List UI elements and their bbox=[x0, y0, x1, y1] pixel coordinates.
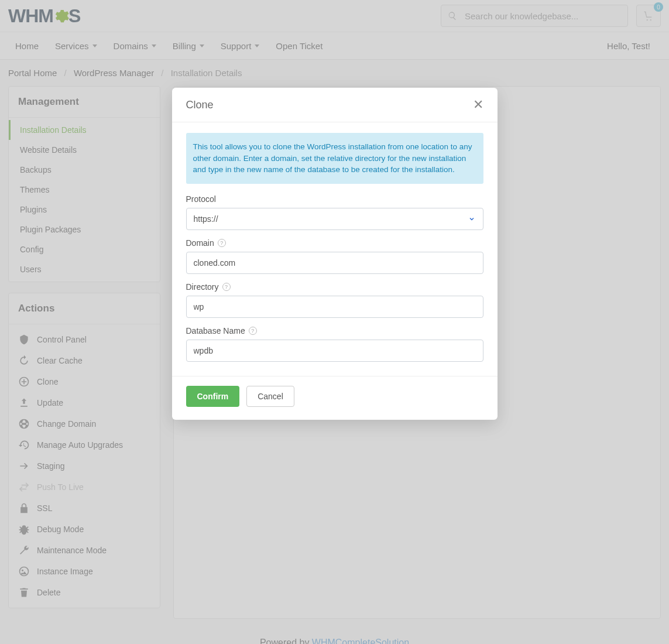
directory-group: Directory? bbox=[186, 282, 483, 318]
directory-label: Directory? bbox=[186, 282, 483, 292]
modal-body: This tool allows you to clone the WordPr… bbox=[172, 122, 498, 376]
db-group: Database Name? bbox=[186, 326, 483, 362]
modal-header: Clone ✕ bbox=[172, 88, 498, 122]
help-icon[interactable]: ? bbox=[218, 239, 226, 247]
protocol-select[interactable] bbox=[186, 208, 483, 230]
db-input[interactable] bbox=[186, 340, 483, 362]
cancel-button[interactable]: Cancel bbox=[246, 386, 294, 407]
clone-modal: Clone ✕ This tool allows you to clone th… bbox=[172, 88, 498, 420]
info-box: This tool allows you to clone the WordPr… bbox=[186, 133, 483, 184]
help-icon[interactable]: ? bbox=[222, 283, 231, 291]
modal-footer: Confirm Cancel bbox=[172, 376, 498, 420]
protocol-label: Protocol bbox=[186, 194, 483, 204]
domain-input[interactable] bbox=[186, 252, 483, 274]
domain-label: Domain? bbox=[186, 238, 483, 248]
db-label: Database Name? bbox=[186, 326, 483, 335]
domain-group: Domain? bbox=[186, 238, 483, 274]
close-icon[interactable]: ✕ bbox=[473, 98, 483, 111]
modal-overlay: Clone ✕ This tool allows you to clone th… bbox=[0, 0, 669, 644]
confirm-button[interactable]: Confirm bbox=[186, 386, 240, 407]
help-icon[interactable]: ? bbox=[249, 327, 257, 335]
modal-title: Clone bbox=[186, 99, 214, 111]
protocol-group: Protocol bbox=[186, 194, 483, 230]
directory-input[interactable] bbox=[186, 296, 483, 318]
